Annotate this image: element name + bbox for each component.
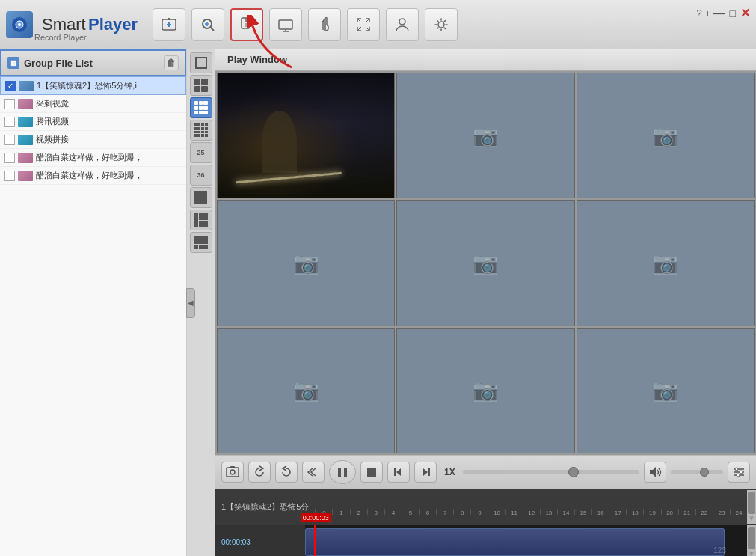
ruler-20: 20 [661,509,678,515]
pause-btn[interactable] [329,460,356,484]
toolbar-hand-btn[interactable] [308,8,341,41]
file-item-2[interactable]: 采刺视觉 [0,95,186,113]
checkbox-4[interactable] [4,135,15,145]
step-back-btn[interactable] [387,462,410,483]
file-item-6[interactable]: 醋溜白菜这样做，好吃到爆， [0,167,186,185]
layout-36-btn[interactable]: 36 [190,165,212,186]
file-name-1: 1【笑镇惊魂2】恐怖5分钟,i [37,80,181,91]
file-item-3[interactable]: 腾讯视频 [0,113,186,131]
toolbar-settings-btn[interactable] [425,8,458,41]
prev-btn[interactable] [302,462,325,483]
snapshot-btn[interactable] [221,462,244,483]
video-cell-5[interactable]: 📷 [577,200,755,326]
toolbar-file-btn[interactable] [230,8,263,41]
layout-36-label: 36 [197,171,204,179]
video-cell-2[interactable]: 📷 [577,73,755,198]
svg-rect-11 [242,18,249,28]
timeline-scrollbar[interactable]: ▼ [747,490,756,524]
layout-4x4-btn[interactable] [190,120,212,141]
rewind-btn[interactable] [248,462,271,483]
forward-btn[interactable] [275,462,298,483]
track-label-col: 00:00:03 [215,525,305,556]
camera-placeholder-2: 📷 [652,123,678,148]
delete-group-btn[interactable]: 🗑 [164,55,179,70]
progress-thumb [568,467,579,477]
maximize-btn[interactable]: □ [730,7,736,19]
layout-1x1-btn[interactable] [190,52,212,73]
file-item-5[interactable]: 醋溜白菜这样做，好吃到爆， [0,149,186,167]
panel-collapse-btn[interactable]: ◀ [186,288,195,318]
svg-rect-24 [227,468,239,477]
stop-btn[interactable] [360,462,383,483]
video-cell-3[interactable]: 📷 [217,200,395,326]
thumb-3 [18,117,33,127]
ruler-16: 16 [591,509,609,515]
toolbar-screen-btn[interactable] [269,8,302,41]
ruler-22: 22 [695,509,713,515]
timeline-area: 1【笑镇惊魂2】恐怖5分 0 1 2 3 4 5 6 7 8 9 10 [215,489,756,556]
checkbox-5[interactable] [4,153,15,163]
title-bar: Smart Player [0,0,756,49]
ruler-21: 21 [678,509,695,515]
help-btn[interactable]: ? [696,7,701,19]
ruler-15: 15 [574,509,591,515]
timeline-header: 1【笑镇惊魂2】恐怖5分 0 1 2 3 4 5 6 7 8 9 10 [215,489,756,525]
app-name-player: Player [88,15,138,34]
ruler-11: 11 [505,509,523,515]
ruler-5: 5 [402,509,419,515]
ruler-4: 4 [384,509,402,515]
volume-thumb [700,468,709,477]
video-cell-8[interactable]: 📷 [577,328,755,453]
layout-custom1-btn[interactable] [190,187,212,208]
video-cell-4[interactable]: 📷 [396,200,574,326]
checkbox-3[interactable] [4,117,15,127]
toolbar-search-btn[interactable] [191,8,224,41]
toolbar-fullscreen-btn[interactable] [347,8,380,41]
ruler-24: 24 [730,509,747,515]
main-layout: ▦ Group File List 🗑 ✓ 1【笑镇惊魂2】恐怖5分钟,i 采刺… [0,49,756,556]
thumb-4 [18,135,33,145]
file-item-4[interactable]: 视频拼接 [0,131,186,149]
toolbar-add-btn[interactable] [153,8,185,41]
track-scrollbar[interactable]: ▼ [747,525,756,556]
volume-btn[interactable] [644,462,666,483]
ruler-19: 19 [643,509,660,515]
toolbar-person-btn[interactable] [386,8,419,41]
video-cell-6[interactable]: 📷 [217,328,395,453]
timeline-track-label: 1【笑镇惊魂2】恐怖5分 [215,500,315,514]
layout-3x3-btn[interactable] [190,97,212,118]
audio-settings-btn[interactable] [728,462,750,483]
checkbox-2[interactable] [4,99,15,109]
layout-25-btn[interactable]: 25 [190,142,212,163]
checkbox-1[interactable]: ✓ [5,81,16,91]
progress-slider[interactable] [463,470,639,474]
layout-custom3-btn[interactable] [190,232,212,253]
close-btn[interactable]: ✕ [740,6,750,20]
svg-line-8 [210,27,214,31]
svg-rect-29 [367,468,376,477]
svg-point-23 [438,22,444,28]
step-forward-btn[interactable] [414,462,437,483]
svg-point-25 [230,470,235,474]
video-cell-1[interactable]: 📷 [396,73,574,198]
watermark: 123 [713,546,726,555]
layout-2x2-btn[interactable] [190,75,212,96]
file-name-4: 视频拼接 [36,134,182,145]
info-btn[interactable]: i [707,7,709,19]
minimize-btn[interactable]: — [713,7,725,20]
ruler-3: 3 [367,509,384,515]
file-name-3: 腾讯视频 [36,116,182,127]
svg-point-2 [18,23,21,26]
volume-slider[interactable] [671,470,723,474]
playback-controls: 1X [215,455,756,489]
file-item-1[interactable]: ✓ 1【笑镇惊魂2】恐怖5分钟,i [0,76,186,95]
timeline-track-area: 00:00:03 00:00:03 ▼ [215,525,756,556]
svg-rect-27 [338,468,341,477]
checkbox-6[interactable] [4,171,15,181]
track-content[interactable]: 00:00:03 [305,525,747,556]
camera-placeholder-8: 📷 [652,378,678,403]
play-window-tab: Play Window [215,49,756,71]
video-cell-7[interactable]: 📷 [396,328,574,453]
layout-custom2-btn[interactable] [190,210,212,230]
video-cell-0[interactable] [217,73,395,198]
